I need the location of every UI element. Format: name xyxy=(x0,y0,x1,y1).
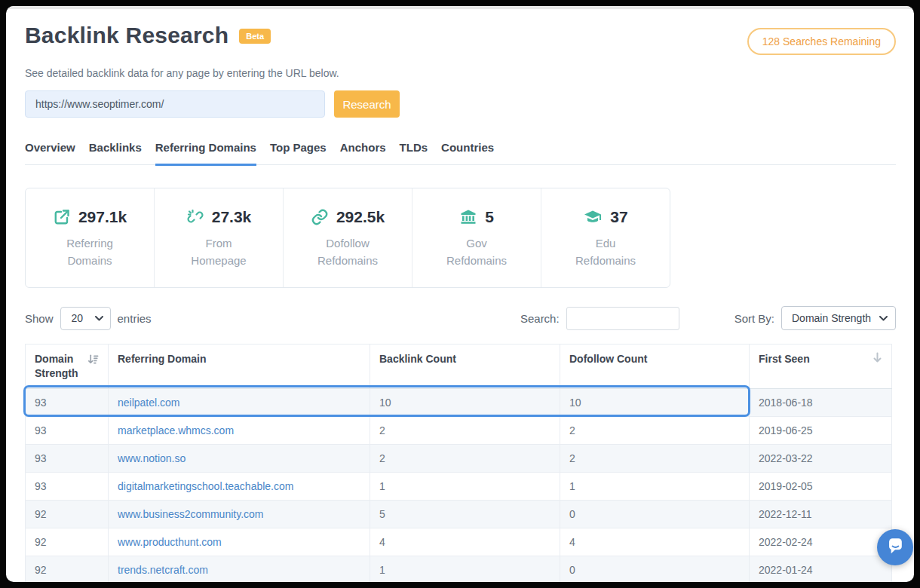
cell-domain-strength: 93 xyxy=(26,472,109,500)
cell-dofollow-count: 10 xyxy=(560,388,750,416)
entries-label: entries xyxy=(118,312,152,325)
cell-dofollow-count: 0 xyxy=(560,500,750,528)
stat-label: Dofollow Refdomains xyxy=(306,235,389,269)
stat-referring-domains: 297.1k Referring Domains xyxy=(26,188,155,287)
searches-remaining-button[interactable]: 128 Searches Remaining xyxy=(747,28,896,55)
stat-gov-refdomains: 5 Gov Refdomains xyxy=(412,188,541,287)
stat-value: 5 xyxy=(485,208,494,226)
url-input[interactable] xyxy=(25,90,325,118)
referring-domains-table-wrap: Domain Strength xyxy=(25,344,896,582)
cell-domain-strength: 92 xyxy=(26,556,109,582)
table-row[interactable]: 92 trends.netcraft.com 1 0 2022-01-24 xyxy=(26,556,892,582)
cell-domain-strength: 93 xyxy=(26,444,109,472)
cell-backlink-count: 2 xyxy=(370,444,560,472)
cell-backlink-count: 5 xyxy=(370,500,560,528)
sort-amount-icon xyxy=(87,354,99,381)
cell-referring-domain-link[interactable]: www.producthunt.com xyxy=(109,528,370,556)
stat-edu-refdomains: 37 Edu Refdomains xyxy=(541,188,670,287)
table-row[interactable]: 93 marketplace.whmcs.com 2 2 2019-06-25 xyxy=(26,416,892,444)
chevron-down-icon xyxy=(95,316,103,321)
cell-dofollow-count: 1 xyxy=(560,472,750,500)
stat-value: 297.1k xyxy=(78,208,127,226)
stat-value: 292.5k xyxy=(336,208,385,226)
beta-badge: Beta xyxy=(239,29,271,44)
table-row[interactable]: 93 neilpatel.com 10 10 2018-06-18 xyxy=(26,388,892,416)
search-input[interactable] xyxy=(566,307,679,330)
cell-backlink-count: 1 xyxy=(370,556,560,582)
show-label: Show xyxy=(25,312,54,325)
tab-tlds[interactable]: TLDs xyxy=(400,141,428,166)
stat-label: Referring Domains xyxy=(48,235,131,269)
cell-backlink-count: 1 xyxy=(370,472,560,500)
stat-label: Edu Refdomains xyxy=(564,235,647,269)
external-link-icon xyxy=(53,208,71,226)
referring-domains-table: Domain Strength xyxy=(25,344,892,582)
column-label: Dofollow Count xyxy=(569,353,647,365)
tab-bar: Overview Backlinks Referring Domains Top… xyxy=(25,141,896,165)
cell-domain-strength: 93 xyxy=(26,388,109,416)
tab-countries[interactable]: Countries xyxy=(441,141,494,166)
cell-backlink-count: 10 xyxy=(370,388,560,416)
cell-dofollow-count: 0 xyxy=(560,556,750,582)
stat-value: 37 xyxy=(610,208,627,226)
research-button[interactable]: Research xyxy=(334,90,400,118)
column-label: First Seen xyxy=(759,352,810,366)
chat-bubble-icon xyxy=(884,534,906,560)
cell-first-seen: 2022-03-22 xyxy=(750,444,892,472)
column-header-dofollow-count: Dofollow Count xyxy=(560,345,750,389)
tab-overview[interactable]: Overview xyxy=(25,141,75,166)
cell-referring-domain-link[interactable]: trends.netcraft.com xyxy=(109,556,370,582)
cell-domain-strength: 93 xyxy=(26,416,109,444)
column-header-domain-strength[interactable]: Domain Strength xyxy=(26,345,109,389)
cell-referring-domain-link[interactable]: www.notion.so xyxy=(109,444,370,472)
cell-first-seen: 2022-12-11 xyxy=(750,500,892,528)
cell-first-seen: 2022-02-24 xyxy=(750,528,892,556)
column-header-referring-domain: Referring Domain xyxy=(109,345,370,389)
table-row[interactable]: 92 www.business2community.com 5 0 2022-1… xyxy=(26,500,892,528)
table-row[interactable]: 92 www.producthunt.com 4 4 2022-02-24 xyxy=(26,528,892,556)
tab-anchors[interactable]: Anchors xyxy=(340,141,386,166)
table-row[interactable]: 93 digitalmarketingschool.teachable.com … xyxy=(26,472,892,500)
sort-by-label: Sort By: xyxy=(734,312,774,325)
search-label: Search: xyxy=(520,312,560,325)
cell-dofollow-count: 4 xyxy=(560,528,750,556)
page-subtitle: See detailed backlink data for any page … xyxy=(25,67,896,79)
sort-by-value: Domain Strength xyxy=(792,312,871,324)
stat-label: From Homepage xyxy=(177,235,260,269)
cell-backlink-count: 2 xyxy=(370,416,560,444)
screenshot-frame: Backlink Research Beta 128 Searches Rema… xyxy=(0,0,920,588)
column-label: Referring Domain xyxy=(118,353,206,365)
url-search-row: Research xyxy=(25,90,896,118)
cell-referring-domain-link[interactable]: www.business2community.com xyxy=(109,500,370,528)
entries-per-page-select[interactable]: 20 xyxy=(60,307,111,330)
cell-dofollow-count: 2 xyxy=(560,416,750,444)
column-label: Backlink Count xyxy=(379,353,456,365)
tab-backlinks[interactable]: Backlinks xyxy=(89,141,142,166)
arrow-down-icon xyxy=(872,352,882,366)
graduation-cap-icon xyxy=(583,208,603,226)
broken-link-icon xyxy=(186,208,204,226)
page: Backlink Research Beta 128 Searches Rema… xyxy=(6,6,914,582)
tab-referring-domains[interactable]: Referring Domains xyxy=(155,141,256,166)
stat-label: Gov Refdomains xyxy=(435,235,518,269)
page-header: Backlink Research Beta 128 Searches Rema… xyxy=(25,23,896,55)
cell-backlink-count: 4 xyxy=(370,528,560,556)
chat-launcher-button[interactable] xyxy=(877,529,913,565)
column-header-first-seen[interactable]: First Seen xyxy=(750,345,892,389)
chevron-down-icon xyxy=(879,316,888,321)
cell-referring-domain-link[interactable]: digitalmarketingschool.teachable.com xyxy=(109,472,370,500)
table-row[interactable]: 93 www.notion.so 2 2 2022-03-22 xyxy=(26,444,892,472)
cell-referring-domain-link[interactable]: neilpatel.com xyxy=(109,388,370,416)
page-title: Backlink Research xyxy=(25,23,228,48)
cell-referring-domain-link[interactable]: marketplace.whmcs.com xyxy=(109,416,370,444)
link-icon xyxy=(311,208,329,226)
stat-dofollow-refdomains: 292.5k Dofollow Refdomains xyxy=(284,188,412,287)
cell-dofollow-count: 2 xyxy=(560,444,750,472)
cell-first-seen: 2019-02-05 xyxy=(750,472,892,500)
tab-top-pages[interactable]: Top Pages xyxy=(270,141,327,166)
entries-per-page-value: 20 xyxy=(72,312,84,324)
column-label: Domain Strength xyxy=(35,352,81,381)
sort-by-select[interactable]: Domain Strength xyxy=(781,306,896,330)
table-controls: Show 20 entries Search: Sort By: Domain … xyxy=(25,306,896,330)
stats-card: 297.1k Referring Domains 27.3k xyxy=(25,188,670,288)
